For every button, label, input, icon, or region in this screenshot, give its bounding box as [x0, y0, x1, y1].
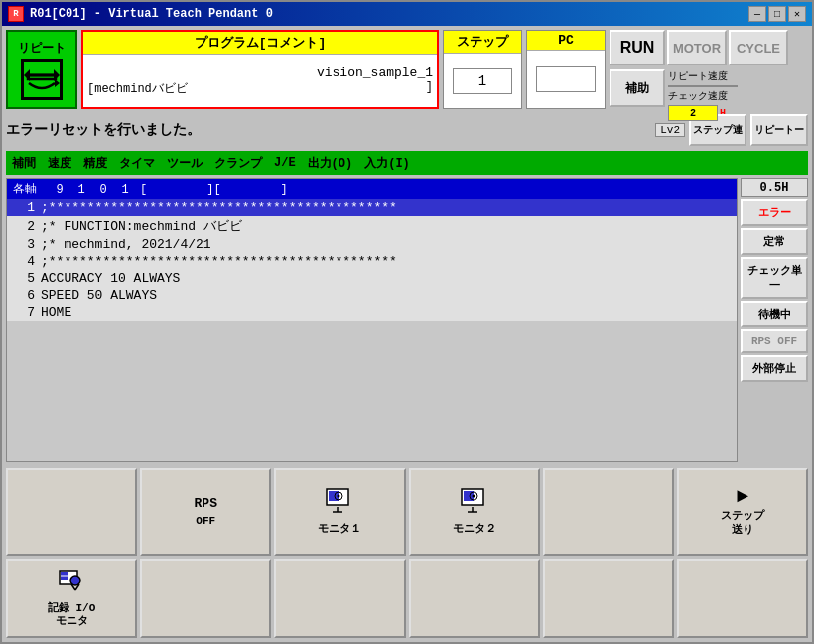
bottom-btn-monitor1[interactable]: モニタ１ [274, 468, 405, 556]
bottom-btn-record-io[interactable]: 記録 I/Oモニタ [6, 559, 137, 638]
toolbar-item-input[interactable]: 入力(I) [364, 155, 410, 172]
right-bottom-area: 補助 リピート速度 100% チェック速度 2 [610, 69, 808, 109]
bottom-btn-empty-1[interactable] [6, 468, 137, 556]
teijo-button[interactable]: 定常 [741, 228, 808, 255]
right-buttons: RUN MOTOR CYCLE 補助 リピート速度 100% チェッ [610, 30, 808, 109]
waiting-button[interactable]: 待機中 [741, 301, 808, 327]
axis-label: 各軸 [13, 181, 41, 197]
bottom-btn-empty-r2-4[interactable] [409, 559, 540, 638]
error-message: エラーリセットを行いました。 [6, 121, 651, 139]
repeat-speed-label: リピート速度 [668, 69, 728, 83]
step-send-label: ステップ送り [721, 510, 764, 536]
repeat-speed-row: リピート速度 [668, 69, 808, 83]
error-button[interactable]: エラー [741, 199, 808, 226]
check-speed-row: チェック速度 [668, 89, 808, 103]
program-comment: [mechmindバビビ ] [87, 80, 433, 97]
toolbar-item-clamp[interactable]: クランプ [214, 155, 262, 172]
repeat-icon [21, 59, 63, 100]
check-speed-label: チェック速度 [668, 89, 728, 103]
repeat-box: リピート [6, 30, 77, 109]
toolbar-item-speed[interactable]: 速度 [48, 155, 71, 172]
check-speed-bar: 2 [668, 105, 718, 121]
step-send-icon: ► [737, 487, 748, 507]
check-single-button[interactable]: チェック単一 [741, 257, 808, 299]
code-line-5[interactable]: 5 ACCURACY 10 ALWAYS [7, 270, 737, 287]
right-panel: 0.5H エラー 定常 チェック単一 待機中 RPS OFF 外部停止 [741, 178, 808, 462]
program-content: vision_sample_1 [mechmindバビビ ] [83, 55, 437, 107]
code-text-3: ;* mechmind, 2021/4/21 [41, 237, 733, 252]
code-text-5: ACCURACY 10 ALWAYS [41, 271, 733, 286]
axis-row: 各軸 9 1 0 1 [ ] [ ] [7, 179, 737, 199]
code-text-4: ;***************************************… [41, 254, 733, 269]
bottom-btn-empty-r2-5[interactable] [543, 559, 674, 638]
monitor2-label: モニタ２ [453, 523, 496, 536]
program-title: プログラム[コメント] [83, 32, 437, 55]
hojo-button[interactable]: 補助 [610, 69, 665, 107]
bottom-row-2: 記録 I/Oモニタ [6, 559, 808, 638]
pc-box: PC [526, 30, 606, 109]
record-io-label: 記録 I/Oモニタ [48, 602, 95, 628]
code-text-6: SPEED 50 ALWAYS [41, 288, 733, 303]
ripeat-button[interactable]: リピートー [750, 114, 808, 146]
window-title: R01[C01] - Virtual Teach Pendant 0 [30, 7, 273, 21]
code-text-1: ;***************************************… [41, 200, 733, 215]
svg-marker-4 [55, 79, 60, 87]
bottom-row-1: RPS OFF モニタ１ [6, 468, 808, 556]
bottom-btn-empty-r2-6[interactable] [677, 559, 808, 638]
record-io-icon [58, 569, 85, 599]
run-button[interactable]: RUN [610, 30, 665, 65]
title-controls: — □ ✕ [748, 6, 806, 22]
code-line-3[interactable]: 3 ;* mechmind, 2021/4/21 [7, 236, 737, 253]
external-stop-button[interactable]: 外部停止 [741, 355, 808, 382]
svg-point-20 [70, 576, 80, 585]
program-name: vision_sample_1 [87, 65, 433, 80]
monitor1-label: モニタ１ [318, 523, 361, 536]
bottom-btn-monitor2[interactable]: モニタ２ [409, 468, 540, 556]
check-speed-fill: 2 [669, 106, 717, 120]
motor-button[interactable]: MOTOR [667, 30, 727, 65]
step-box: ステップ 1 [443, 30, 522, 109]
bottom-btn-empty-5[interactable] [543, 468, 674, 556]
program-box: プログラム[コメント] vision_sample_1 [mechmindバビビ… [81, 30, 439, 109]
code-line-7[interactable]: 7 HOME [7, 304, 737, 321]
minimize-button[interactable]: — [748, 6, 766, 22]
code-line-1[interactable]: 1 ;*************************************… [7, 199, 737, 216]
pc-content [527, 51, 605, 108]
rps-off-label: OFF [196, 515, 215, 528]
code-line-6[interactable]: 6 SPEED 50 ALWAYS [7, 287, 737, 304]
main-window: R R01[C01] - Virtual Teach Pendant 0 — □… [0, 0, 814, 644]
right-top-buttons: RUN MOTOR CYCLE [610, 30, 808, 66]
stat-0-5h: 0.5H [741, 178, 808, 197]
bottom-btn-empty-r2-2[interactable] [140, 559, 271, 638]
speed-panel: リピート速度 100% チェック速度 2 H [668, 69, 808, 109]
bottom-section: RPS OFF モニタ１ [6, 465, 808, 638]
step-title: ステップ [444, 31, 521, 54]
monitor2-icon [460, 487, 489, 520]
lv2-badge: Lv2 [655, 123, 685, 137]
repeat-label: リピート [18, 40, 66, 57]
bottom-btn-step-send[interactable]: ► ステップ送り [677, 468, 808, 556]
title-bar-left: R R01[C01] - Virtual Teach Pendant 0 [8, 6, 273, 22]
code-text-2: ;* FUNCTION:mechmind バビビ [41, 217, 733, 235]
app-icon: R [8, 6, 24, 22]
toolbar-item-hoken[interactable]: 補間 [12, 155, 36, 172]
toolbar-item-output[interactable]: 出力(O) [308, 155, 353, 172]
code-line-4[interactable]: 4 ;*************************************… [7, 253, 737, 270]
cycle-button[interactable]: CYCLE [729, 30, 788, 65]
toolbar-item-timer[interactable]: タイマ [119, 155, 155, 172]
toolbar-item-je[interactable]: J/E [274, 156, 296, 170]
bottom-btn-empty-r2-3[interactable] [274, 559, 405, 638]
toolbar-item-precision[interactable]: 精度 [83, 155, 107, 172]
code-line-2[interactable]: 2 ;* FUNCTION:mechmind バビビ [7, 216, 737, 236]
close-button[interactable]: ✕ [788, 6, 806, 22]
code-text-7: HOME [41, 305, 733, 320]
maximize-button[interactable]: □ [768, 6, 786, 22]
rps-off-button[interactable]: RPS OFF [741, 329, 808, 353]
step-value: 1 [453, 68, 512, 94]
bottom-btn-rps-off[interactable]: RPS OFF [140, 468, 271, 556]
main-area: 各軸 9 1 0 1 [ ] [ ] [6, 178, 808, 462]
code-area: 1 ;*************************************… [7, 199, 737, 321]
top-row: リピート プログラム[コメント] vis [6, 30, 808, 109]
toolbar-row: 補間 速度 精度 タイマ ツール クランプ J/E 出力(O) 入力(I) [6, 151, 808, 175]
toolbar-item-tool[interactable]: ツール [167, 155, 203, 172]
